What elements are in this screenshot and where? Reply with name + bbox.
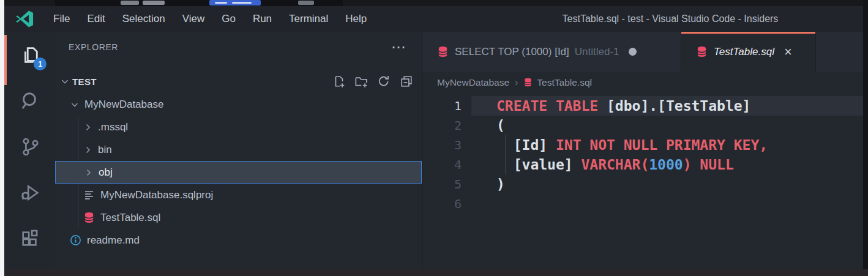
search-icon	[20, 91, 40, 111]
token-kw: CREATE TABLE	[496, 98, 598, 114]
line-number: 5	[422, 177, 471, 192]
line-content[interactable]: [Id] INT NOT NULL PRIMARY KEY,	[471, 135, 863, 155]
database-file-icon	[437, 46, 449, 58]
line-number: 1	[422, 99, 471, 113]
menu-item-go[interactable]: Go	[213, 6, 244, 32]
vscode-window: FileEditSelectionViewGoRunTerminalHelp T…	[4, 6, 863, 269]
line-number: 6	[422, 196, 471, 211]
breadcrumb-item-file[interactable]: TestTable.sql	[537, 77, 592, 88]
tab-untitled-query[interactable]: SELECT TOP (1000) [Id] Untitled-1	[422, 32, 681, 72]
views-and-more-actions-button[interactable]: ⋯	[391, 43, 406, 51]
token-fg: )	[496, 176, 505, 192]
database-file-icon	[83, 212, 95, 223]
refresh-icon[interactable]	[377, 75, 391, 88]
activity-bar: 1	[4, 32, 55, 269]
background-fragment	[215, 2, 227, 4]
tree-item-label: .mssql	[98, 121, 128, 133]
tab-title: TestTable.sql	[714, 46, 774, 58]
screenshot-root: FileEditSelectionViewGoRunTerminalHelp T…	[0, 0, 868, 276]
line-number: 2	[422, 118, 471, 133]
tree-item-bin[interactable]: bin	[55, 138, 422, 161]
sidebar-title: EXPLORER	[69, 42, 118, 52]
new-file-button[interactable]	[332, 75, 345, 88]
sidebar-header: EXPLORER ⋯	[55, 32, 422, 62]
workspace-section-header[interactable]: TEST	[55, 70, 422, 93]
editor-indent-guide	[505, 135, 506, 174]
tree-item-label: readme.md	[87, 234, 140, 247]
breadcrumb-item-folder[interactable]: MyNewDatabase	[437, 77, 509, 88]
code-line[interactable]: 6	[422, 194, 863, 214]
run-and-debug-icon	[20, 183, 40, 203]
menu-item-help[interactable]: Help	[337, 6, 375, 32]
tab-title: SELECT TOP (1000) [Id]	[455, 46, 569, 58]
chevron-right-icon	[83, 145, 93, 155]
tree-item-mynewdatabase-sqlproj[interactable]: MyNewDatabase.sqlproj	[55, 184, 422, 206]
explorer-actions	[332, 75, 413, 88]
code-line[interactable]: 1CREATE TABLE [dbo].[TestTable]	[422, 96, 863, 116]
background-fragment	[143, 1, 165, 5]
file-tree: MyNewDatabase.mssqlbinobjMyNewDatabase.s…	[55, 93, 422, 252]
token-num: 1000	[649, 157, 683, 173]
workspace-name: TEST	[72, 76, 97, 87]
explorer-sidebar: EXPLORER ⋯ TEST	[55, 32, 422, 269]
vscode-insiders-logo-icon	[4, 10, 45, 28]
line-content[interactable]: (	[471, 116, 863, 135]
token-fg: [value]	[496, 157, 581, 173]
menu-item-selection[interactable]: Selection	[114, 6, 174, 32]
line-number: 4	[422, 157, 471, 172]
tree-item-mynewdatabase[interactable]: MyNewDatabase	[55, 93, 422, 116]
tree-item-readme-md[interactable]: readme.md	[55, 229, 422, 252]
tree-item-label: TestTable.sql	[100, 212, 160, 224]
unsaved-changes-dot[interactable]	[629, 48, 637, 56]
new-folder-button[interactable]	[354, 75, 368, 88]
tree-item-label: MyNewDatabase	[84, 99, 163, 111]
tree-item-obj[interactable]: obj	[55, 161, 422, 184]
chevron-down-icon	[60, 76, 70, 86]
tree-item--mssql[interactable]: .mssql	[55, 116, 422, 138]
extensions-icon	[20, 229, 40, 248]
menu-item-view[interactable]: View	[174, 6, 214, 32]
code-editor[interactable]: 1CREATE TABLE [dbo].[TestTable]2(3 [Id] …	[422, 93, 863, 269]
tree-item-label: obj	[99, 166, 113, 179]
breadcrumb: MyNewDatabase › TestTable.sql	[422, 72, 863, 93]
menu-bar: FileEditSelectionViewGoRunTerminalHelp	[45, 6, 375, 32]
window-bottom-edge	[4, 269, 868, 276]
background-fragment	[232, 2, 252, 4]
code-line[interactable]: 5)	[422, 174, 863, 194]
token-fg: [dbo].[TestTable]	[598, 98, 750, 114]
activity-search-button[interactable]	[4, 78, 55, 124]
sqlproj-file-icon	[83, 189, 95, 201]
menu-item-terminal[interactable]: Terminal	[280, 6, 337, 32]
database-file-icon	[696, 46, 708, 58]
activity-source-control-button[interactable]	[4, 124, 55, 170]
code-line[interactable]: 4 [value] VARCHAR(1000) NULL	[422, 155, 863, 174]
menu-item-edit[interactable]: Edit	[78, 6, 113, 32]
code-line[interactable]: 3 [Id] INT NOT NULL PRIMARY KEY,	[422, 135, 863, 155]
collapse-folders-icon[interactable]	[400, 75, 413, 88]
info-readme-icon	[70, 234, 81, 246]
activity-explorer-button[interactable]: 1	[4, 32, 55, 78]
tree-item-label: MyNewDatabase.sqlproj	[100, 189, 213, 201]
line-content[interactable]: )	[471, 174, 863, 194]
menu-item-file[interactable]: File	[45, 6, 78, 32]
background-fragment	[298, 1, 314, 5]
activity-extensions-button[interactable]	[4, 215, 55, 261]
menu-item-run[interactable]: Run	[244, 6, 280, 32]
token-fg: (	[496, 117, 505, 133]
editor-tab-bar: SELECT TOP (1000) [Id] Untitled-1	[422, 32, 863, 72]
tab-testtable-sql[interactable]: TestTable.sql ×	[681, 32, 816, 72]
token-kw: ) NULL	[683, 157, 734, 173]
line-content[interactable]: CREATE TABLE [dbo].[TestTable]	[471, 96, 863, 116]
page-background-edge	[0, 0, 4, 276]
source-control-icon	[20, 137, 40, 157]
token-kw: INT NOT NULL PRIMARY KEY,	[556, 137, 768, 153]
background-window-strip	[4, 0, 863, 6]
line-number: 3	[422, 138, 471, 152]
line-content[interactable]: [value] VARCHAR(1000) NULL	[471, 155, 863, 174]
explorer-badge: 1	[34, 58, 47, 70]
tree-item-testtable-sql[interactable]: TestTable.sql	[55, 206, 422, 229]
code-line[interactable]: 2(	[422, 116, 863, 135]
line-content[interactable]	[471, 194, 863, 214]
activity-run-debug-button[interactable]	[4, 170, 55, 215]
close-icon[interactable]: ×	[784, 45, 792, 59]
